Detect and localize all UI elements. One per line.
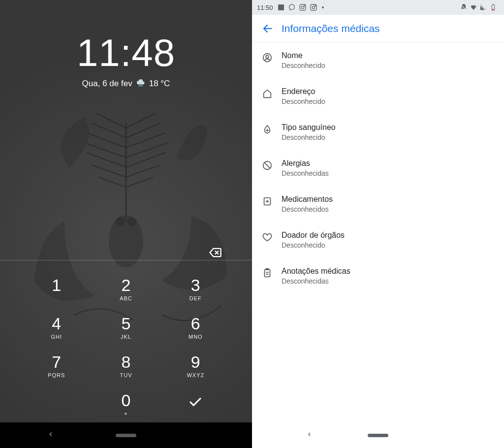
nav-back-button[interactable]	[47, 431, 54, 440]
more-notifications-icon	[322, 6, 324, 8]
med-item-value: Desconhecido	[282, 133, 494, 141]
med-item-value: Desconhecido	[282, 62, 494, 69]
keypad-key-5[interactable]: 5JKL	[91, 315, 160, 340]
svg-rect-3	[278, 4, 284, 10]
med-item-value: Desconhecidos	[282, 205, 494, 213]
medical-info-list: NomeDesconhecidoEndereçoDesconhecidoTipo…	[252, 42, 504, 422]
svg-rect-13	[492, 9, 494, 10]
med-item-value: Desconhecidas	[282, 169, 494, 177]
clock-date: Qua, 6 de fev	[82, 79, 132, 89]
med-item-text: MedicamentosDesconhecidos	[282, 195, 494, 213]
keypad-letters: +	[91, 411, 160, 416]
med-item-row[interactable]: Anotações médicasDesconhecidas	[252, 258, 504, 294]
keypad-digit: 9	[161, 353, 230, 370]
app-bar: Informações médicas	[252, 15, 504, 42]
svg-rect-18	[265, 270, 270, 277]
med-item-row[interactable]: AlergiasDesconhecidas	[252, 150, 504, 186]
keypad-digit: 4	[22, 315, 91, 332]
med-item-title: Anotações médicas	[282, 267, 494, 276]
med-item-text: Anotações médicasDesconhecidas	[282, 267, 494, 285]
keypad-key-1[interactable]: 1	[22, 277, 91, 301]
med-item-title: Tipo sanguíneo	[282, 123, 494, 132]
no-icon	[262, 159, 282, 177]
keypad-letters: GHI	[22, 334, 91, 340]
keypad-letters: PQRS	[22, 372, 91, 378]
backspace-button[interactable]	[207, 244, 223, 261]
person-icon	[262, 51, 282, 69]
svg-point-4	[289, 4, 294, 10]
med-item-row[interactable]: EndereçoDesconhecido	[252, 78, 504, 114]
gallery-icon	[277, 3, 285, 11]
home-icon	[262, 87, 282, 105]
keypad-letters: DEF	[161, 295, 230, 301]
clock-temp: 18 °C	[149, 79, 170, 89]
keypad-digit: 7	[22, 353, 91, 370]
battery-icon	[489, 3, 497, 11]
instagram-icon	[310, 3, 317, 11]
keypad-confirm-button[interactable]	[161, 392, 230, 416]
clock-time: 11:48	[0, 33, 252, 72]
nav-back-button[interactable]	[306, 431, 313, 440]
clock-widget: 11:48 Qua, 6 de fev 18 °C	[0, 0, 252, 89]
keypad-key-2[interactable]: 2ABC	[91, 277, 160, 301]
android-navbar	[252, 422, 504, 448]
status-bar: 11:50	[252, 0, 504, 15]
keypad-digit: 1	[22, 277, 91, 293]
keypad-digit: 8	[91, 353, 160, 370]
med-item-title: Alergias	[282, 159, 494, 168]
keypad-letters: MNO	[161, 334, 230, 340]
back-button[interactable]	[256, 17, 280, 40]
keypad-key-8[interactable]: 8TUV	[91, 353, 160, 378]
med-icon	[262, 195, 282, 213]
android-navbar	[0, 422, 252, 448]
keypad-key-0[interactable]: 0+	[91, 392, 160, 416]
blood-icon	[262, 123, 282, 141]
keypad-key-6[interactable]: 6MNO	[161, 315, 230, 340]
dnd-icon	[460, 3, 468, 11]
heart-icon	[262, 231, 282, 249]
keypad-spacer	[22, 392, 91, 416]
keypad-letters: JKL	[91, 334, 160, 340]
clock-date-row: Qua, 6 de fev 18 °C	[82, 79, 170, 89]
medical-info-phone: 11:50 Informações médicas NomeDesconheci…	[252, 0, 504, 448]
svg-point-15	[266, 55, 269, 58]
keypad-key-3[interactable]: 3DEF	[161, 277, 230, 301]
keypad-key-4[interactable]: 4GHI	[22, 315, 91, 340]
med-item-text: AlergiasDesconhecidas	[282, 159, 494, 177]
med-item-value: Desconhecido	[282, 241, 494, 249]
page-title: Informações médicas	[282, 23, 380, 34]
med-item-text: Tipo sanguíneoDesconhecido	[282, 123, 494, 141]
keypad-digit: 0	[91, 392, 160, 409]
med-item-row[interactable]: MedicamentosDesconhecidos	[252, 186, 504, 222]
whatsapp-icon	[288, 3, 296, 11]
note-icon	[262, 267, 282, 285]
weather-icon	[136, 79, 145, 88]
svg-point-9	[312, 6, 315, 8]
med-item-text: EndereçoDesconhecido	[282, 87, 494, 105]
status-time: 11:50	[257, 4, 273, 11]
med-item-title: Doador de órgãos	[282, 231, 494, 240]
med-item-row[interactable]: Doador de órgãosDesconhecido	[252, 222, 504, 258]
svg-point-7	[304, 5, 305, 6]
wifi-icon	[470, 3, 477, 11]
med-item-row[interactable]: Tipo sanguíneoDesconhecido	[252, 114, 504, 150]
signal-icon	[479, 3, 487, 11]
keypad-letters: ABC	[91, 295, 160, 301]
keypad-digit: 2	[91, 277, 160, 293]
nav-home-pill[interactable]	[368, 434, 388, 437]
med-item-title: Nome	[282, 51, 494, 60]
keypad-letters: TUV	[91, 372, 160, 378]
keypad-key-9[interactable]: 9WXYZ	[161, 353, 230, 378]
keypad-key-7[interactable]: 7PQRS	[22, 353, 91, 378]
med-item-title: Endereço	[282, 87, 494, 96]
svg-rect-12	[493, 4, 494, 4]
med-item-text: NomeDesconhecido	[282, 51, 494, 69]
keypad-digit: 3	[161, 277, 230, 293]
nav-home-pill[interactable]	[116, 434, 136, 437]
lockscreen-phone: 11:48 Qua, 6 de fev 18 °C 12ABC3DEF4GHI5…	[0, 0, 252, 448]
med-item-text: Doador de órgãosDesconhecido	[282, 231, 494, 249]
med-item-row[interactable]: NomeDesconhecido	[252, 42, 504, 78]
med-item-value: Desconhecido	[282, 97, 494, 105]
instagram-icon	[299, 3, 307, 11]
med-item-title: Medicamentos	[282, 195, 494, 204]
